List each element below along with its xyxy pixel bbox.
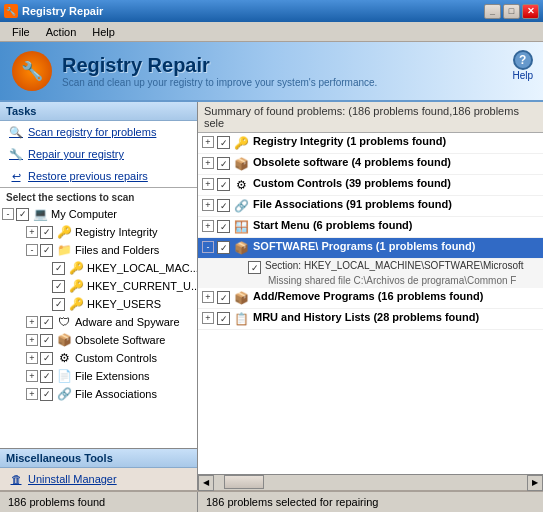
- hkcu-icon: 🔑: [68, 278, 84, 294]
- cb-result-mru[interactable]: [217, 312, 230, 325]
- help-button[interactable]: ? Help: [512, 50, 533, 81]
- expand-result-mru[interactable]: +: [202, 312, 214, 324]
- task-repair[interactable]: 🔧 Repair your registry: [0, 143, 197, 165]
- app-header: 🔧 Registry Repair Scan and clean up your…: [0, 42, 543, 102]
- result-mru[interactable]: + 📋 MRU and History Lists (28 problems f…: [198, 309, 543, 330]
- result-custom-text: Custom Controls (39 problems found): [253, 177, 451, 189]
- custom-label: Custom Controls: [75, 352, 157, 364]
- result-startmenu[interactable]: + 🪟 Start Menu (6 problems found): [198, 217, 543, 238]
- cb-result-startmenu[interactable]: [217, 220, 230, 233]
- expand-adware[interactable]: +: [26, 316, 38, 328]
- cb-result-registry[interactable]: [217, 136, 230, 149]
- uninstall-manager-item[interactable]: 🗑 Uninstall Manager: [0, 468, 197, 490]
- scroll-left-btn[interactable]: ◀: [198, 475, 214, 491]
- result-registry[interactable]: + 🔑 Registry Integrity (1 problems found…: [198, 133, 543, 154]
- tree-item-hkcu[interactable]: 🔑 HKEY_CURRENT_U...: [0, 277, 197, 295]
- menu-action[interactable]: Action: [38, 24, 85, 40]
- cb-extensions[interactable]: [40, 370, 53, 383]
- tree-item-extensions[interactable]: + 📄 File Extensions: [0, 367, 197, 385]
- tree-item-custom[interactable]: + ⚙ Custom Controls: [0, 349, 197, 367]
- expand-result-custom[interactable]: +: [202, 178, 214, 190]
- expand-mycomputer[interactable]: -: [2, 208, 14, 220]
- cb-result-fileassoc[interactable]: [217, 199, 230, 212]
- result-startmenu-text: Start Menu (6 problems found): [253, 219, 413, 231]
- cb-hku[interactable]: [52, 298, 65, 311]
- expand-result-fileassoc[interactable]: +: [202, 199, 214, 211]
- result-addremove-text: Add/Remove Programs (16 problems found): [253, 290, 483, 302]
- cb-hklm[interactable]: [52, 262, 65, 275]
- expand-result-addremove[interactable]: +: [202, 291, 214, 303]
- expand-result-obsolete[interactable]: +: [202, 157, 214, 169]
- status-left: 186 problems found: [0, 492, 198, 512]
- tree-item-obsolete[interactable]: + 📦 Obsolete Software: [0, 331, 197, 349]
- cb-registry[interactable]: [40, 226, 53, 239]
- tasks-title: Tasks: [0, 102, 197, 121]
- result-fileassoc[interactable]: + 🔗 File Associations (91 problems found…: [198, 196, 543, 217]
- hkcu-label: HKEY_CURRENT_U...: [87, 280, 197, 292]
- scroll-thumb[interactable]: [224, 475, 264, 489]
- result-fileassoc-icon: 🔗: [233, 198, 249, 214]
- cb-adware[interactable]: [40, 316, 53, 329]
- cb-result-addremove[interactable]: [217, 291, 230, 304]
- result-addremove[interactable]: + 📦 Add/Remove Programs (16 problems fou…: [198, 288, 543, 309]
- assoc-icon: 🔗: [56, 386, 72, 402]
- hku-icon: 🔑: [68, 296, 84, 312]
- task-restore[interactable]: ↩ Restore previous repairs: [0, 165, 197, 187]
- menu-help[interactable]: Help: [84, 24, 123, 40]
- tree-item-registry[interactable]: + 🔑 Registry Integrity: [0, 223, 197, 241]
- tree-item-assoc[interactable]: + 🔗 File Associations: [0, 385, 197, 403]
- task-scan[interactable]: 🔍 Scan registry for problems: [0, 121, 197, 143]
- misc-title: Miscellaneous Tools: [0, 449, 197, 468]
- expand-result-startmenu[interactable]: +: [202, 220, 214, 232]
- h-scrollbar[interactable]: ◀ ▶: [198, 474, 543, 490]
- cb-hkcu[interactable]: [52, 280, 65, 293]
- close-button[interactable]: ✕: [522, 4, 539, 19]
- cb-obsolete[interactable]: [40, 334, 53, 347]
- adware-label: Adware and Spyware: [75, 316, 180, 328]
- cb-mycomputer[interactable]: [16, 208, 29, 221]
- minimize-button[interactable]: _: [484, 4, 501, 19]
- expand-custom[interactable]: +: [26, 352, 38, 364]
- uninstall-icon: 🗑: [8, 471, 24, 487]
- tree-item-adware[interactable]: + 🛡 Adware and Spyware: [0, 313, 197, 331]
- app-header-text: Registry Repair Scan and clean up your r…: [62, 54, 377, 88]
- expand-registry[interactable]: +: [26, 226, 38, 238]
- cb-files[interactable]: [40, 244, 53, 257]
- tree-item-mycomputer[interactable]: - 💻 My Computer: [0, 205, 197, 223]
- tree-item-hku[interactable]: 🔑 HKEY_USERS: [0, 295, 197, 313]
- app-title: Registry Repair: [62, 54, 377, 77]
- left-panel: Tasks 🔍 Scan registry for problems 🔧 Rep…: [0, 102, 198, 490]
- expand-extensions[interactable]: +: [26, 370, 38, 382]
- expand-obsolete[interactable]: +: [26, 334, 38, 346]
- cb-result-software[interactable]: [217, 241, 230, 254]
- cb-assoc[interactable]: [40, 388, 53, 401]
- result-addremove-icon: 📦: [233, 290, 249, 306]
- files-icon: 📁: [56, 242, 72, 258]
- expand-files[interactable]: -: [26, 244, 38, 256]
- expand-result-software[interactable]: -: [202, 241, 214, 253]
- result-software[interactable]: - 📦 SOFTWARE\ Programs (1 problems found…: [198, 238, 543, 259]
- scroll-track[interactable]: [214, 475, 527, 490]
- tree-area: - 💻 My Computer + 🔑 Registry Integrity -…: [0, 205, 197, 448]
- help-icon: ?: [513, 50, 533, 70]
- scan-icon: 🔍: [8, 124, 24, 140]
- app-subtitle: Scan and clean up your registry to impro…: [62, 77, 377, 88]
- result-custom-icon: ⚙: [233, 177, 249, 193]
- assoc-label: File Associations: [75, 388, 157, 400]
- tree-item-files[interactable]: - 📁 Files and Folders: [0, 241, 197, 259]
- sub-cb-software[interactable]: [248, 261, 261, 274]
- scroll-right-btn[interactable]: ▶: [527, 475, 543, 491]
- task-repair-label: Repair your registry: [28, 148, 124, 160]
- result-custom[interactable]: + ⚙ Custom Controls (39 problems found): [198, 175, 543, 196]
- cb-custom[interactable]: [40, 352, 53, 365]
- app-icon: 🔧: [4, 4, 18, 18]
- maximize-button[interactable]: □: [503, 4, 520, 19]
- cb-result-custom[interactable]: [217, 178, 230, 191]
- expand-assoc[interactable]: +: [26, 388, 38, 400]
- result-obsolete[interactable]: + 📦 Obsolete software (4 problems found): [198, 154, 543, 175]
- expand-result-registry[interactable]: +: [202, 136, 214, 148]
- tree-item-hklm[interactable]: 🔑 HKEY_LOCAL_MAC...: [0, 259, 197, 277]
- menu-file[interactable]: File: [4, 24, 38, 40]
- sub-text-software: Section: HKEY_LOCAL_MACHINE\SOFTWARE\Mic…: [265, 260, 524, 271]
- cb-result-obsolete[interactable]: [217, 157, 230, 170]
